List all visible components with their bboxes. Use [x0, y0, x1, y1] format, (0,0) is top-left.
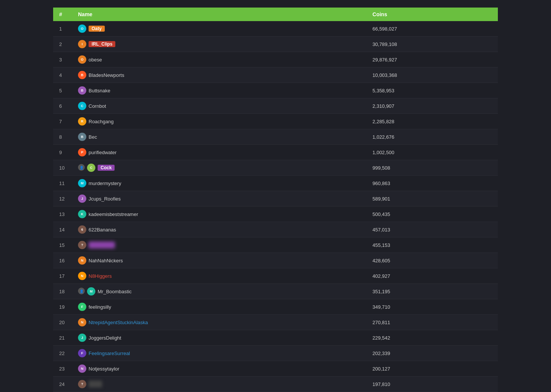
username-text: Cornbot: [89, 103, 106, 109]
avatar: J: [78, 194, 86, 203]
name-cell: Kkadeemisbeststreamer: [72, 207, 366, 222]
leaderboard-container: # Name Coins 1OOaty66,598,0272IIRL_Clips…: [53, 0, 498, 392]
name-cell: NNotjessytaylor: [72, 361, 366, 377]
coins-cell: 500,435: [366, 207, 498, 222]
username-text: Mr_Boombastic: [98, 289, 132, 294]
rank-cell: 12: [53, 191, 72, 207]
name-cell: ?: [72, 237, 366, 253]
name-cell: 👤MMr_Boombastic: [72, 284, 366, 299]
coins-cell: 2,310,907: [366, 98, 498, 114]
coins-cell: 351,195: [366, 284, 498, 299]
rank-cell: 24: [53, 377, 72, 392]
username-text: murdermystery: [89, 181, 121, 186]
header-rank: #: [53, 8, 72, 21]
table-row: 5BButtsnake5,358,953: [53, 83, 498, 98]
svg-text:👤: 👤: [80, 165, 84, 170]
rank-cell: 22: [53, 346, 72, 361]
coins-cell: 29,876,927: [366, 52, 498, 67]
coins-cell: 30,789,108: [366, 37, 498, 52]
name-cell: 👤CCock: [72, 160, 366, 176]
avatar: F: [78, 349, 86, 357]
coins-cell: 1,022,676: [366, 129, 498, 145]
header-name: Name: [72, 8, 366, 21]
name-cell: JJcups_Roofies: [72, 191, 366, 207]
rank-cell: 4: [53, 67, 72, 83]
avatar: B: [78, 86, 86, 95]
avatar: O: [78, 55, 86, 64]
table-row: 3Oobese29,876,927: [53, 52, 498, 67]
table-row: 4BBladesNewports10,003,368: [53, 67, 498, 83]
rank-cell: 10: [53, 160, 72, 176]
name-cell: JJoggersDelight: [72, 330, 366, 346]
username-text: NahNahNickers: [89, 258, 123, 263]
coins-cell: 999,508: [366, 160, 498, 176]
name-cell: ?: [72, 377, 366, 392]
avatar: N: [78, 272, 86, 280]
svg-text:👤: 👤: [80, 289, 84, 294]
rank-cell: 18: [53, 284, 72, 299]
blurred-badge: [89, 381, 102, 387]
table-row: 21JJoggersDelight229,542: [53, 330, 498, 346]
avatar: M: [78, 179, 86, 187]
table-row: 17NN8Higgers402,927: [53, 268, 498, 284]
coins-cell: 1,002,500: [366, 145, 498, 160]
name-cell: Oobese: [72, 52, 366, 67]
coins-cell: 457,013: [366, 222, 498, 237]
rank-cell: 13: [53, 207, 72, 222]
table-row: 10👤CCock999,508: [53, 160, 498, 176]
name-cell: OOaty: [72, 21, 366, 37]
username-text: kadeemisbeststreamer: [89, 211, 138, 217]
name-cell: BButtsnake: [72, 83, 366, 98]
coins-cell: 402,927: [366, 268, 498, 284]
avatar: 6: [78, 225, 86, 234]
table-row: 2IIRL_Clips30,789,108: [53, 37, 498, 52]
username-text: feelingsilly: [89, 304, 111, 310]
coins-cell: 270,811: [366, 315, 498, 330]
table-row: 8BBec1,022,676: [53, 129, 498, 145]
rank-cell: 3: [53, 52, 72, 67]
rank-cell: 23: [53, 361, 72, 377]
name-cell: 6622Bananas: [72, 222, 366, 237]
rank-cell: 20: [53, 315, 72, 330]
rank-cell: 7: [53, 114, 72, 129]
rank-cell: 6: [53, 98, 72, 114]
name-cell: IIRL_Clips: [72, 37, 366, 52]
username-text: obese: [89, 57, 102, 63]
coins-cell: 229,542: [366, 330, 498, 346]
username-text: Buttsnake: [89, 88, 110, 93]
coins-cell: 589,901: [366, 191, 498, 207]
table-row: 18👤MMr_Boombastic351,195: [53, 284, 498, 299]
table-row: 7RRoachgang2,285,828: [53, 114, 498, 129]
table-row: 9Ppurifiedwater1,002,500: [53, 145, 498, 160]
avatar: N: [78, 318, 86, 326]
username-text: Jcups_Roofies: [89, 196, 121, 202]
coins-cell: 197,810: [366, 377, 498, 392]
leaderboard-table: # Name Coins 1OOaty66,598,0272IIRL_Clips…: [53, 8, 498, 392]
coins-cell: 10,003,368: [366, 67, 498, 83]
name-cell: Mmurdermystery: [72, 176, 366, 191]
rank-cell: 5: [53, 83, 72, 98]
name-cell: BBladesNewports: [72, 67, 366, 83]
table-row: 22FFeelingsareSurreal202,339: [53, 346, 498, 361]
rank-cell: 9: [53, 145, 72, 160]
name-cell: BBec: [72, 129, 366, 145]
rank-cell: 1: [53, 21, 72, 37]
table-row: 20NNtrepidAgentStuckinAlaska270,811: [53, 315, 498, 330]
avatar: N: [78, 364, 86, 373]
username-text: FeelingsareSurreal: [89, 351, 130, 356]
header-coins: Coins: [366, 8, 498, 21]
name-cell: NN8Higgers: [72, 268, 366, 284]
table-row: 6CCornbot2,310,907: [53, 98, 498, 114]
table-row: 12JJcups_Roofies589,901: [53, 191, 498, 207]
avatar: P: [78, 148, 86, 156]
username-text: BladesNewports: [89, 72, 124, 78]
rank-cell: 14: [53, 222, 72, 237]
avatar: C: [87, 164, 95, 172]
avatar: ?: [78, 241, 86, 249]
rank-cell: 19: [53, 299, 72, 315]
avatar: C: [78, 102, 86, 110]
rank-cell: 2: [53, 37, 72, 52]
table-row: 19Ffeelingsilly349,710: [53, 299, 498, 315]
coins-cell: 5,358,953: [366, 83, 498, 98]
avatar: M: [87, 287, 95, 296]
